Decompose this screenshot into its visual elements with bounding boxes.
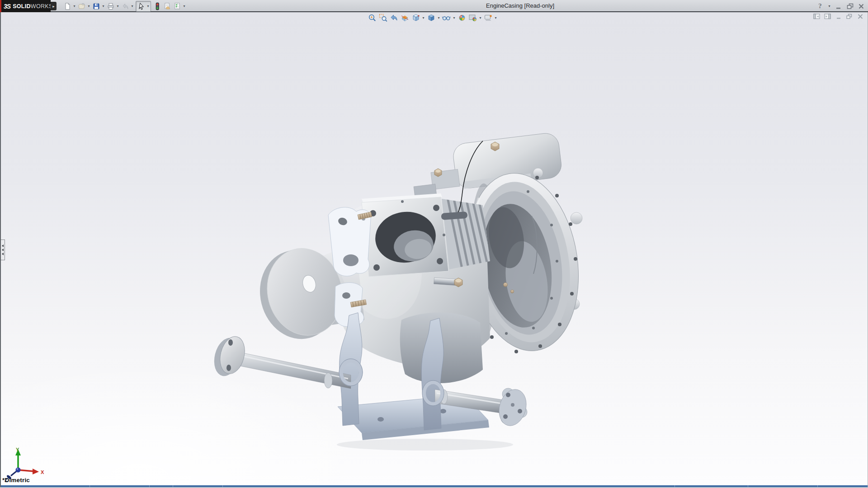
status-bar [1,485,868,487]
dropdown-caret[interactable]: ▾ [182,4,186,8]
pane-right-icon [824,14,831,19]
dropdown-caret[interactable]: ▾ [421,16,425,20]
display-style-icon [427,14,436,22]
edit-appearance-icon [458,14,467,22]
brand-works: WORKS [31,3,53,9]
window-title: EngineCasing [Read-only] [486,0,554,12]
hide-show-items-icon [442,14,451,22]
cylinder-flange [362,193,448,277]
restore-button[interactable] [846,2,854,10]
status-divider [675,485,675,487]
triad-y-label: Y [16,447,19,452]
minimize-icon [835,3,842,9]
stub-shaft [434,277,456,285]
select-button[interactable] [137,1,146,11]
collapse-arrow-icon [2,253,4,255]
window-controls: ? ▾ [816,0,865,12]
undo-button[interactable] [120,1,130,11]
dropdown-caret[interactable]: ▾ [72,4,76,8]
doc-minimize-icon [835,14,842,19]
intake-gasket [328,207,372,276]
document-minimize-button[interactable] [835,13,842,20]
section-view-icon [401,14,410,22]
ground-shadow [337,439,513,450]
view-settings-button[interactable] [483,13,493,23]
zoom-to-fit-icon [368,14,377,22]
minimize-button[interactable] [835,2,843,10]
brand-solid: SOLID [13,3,31,9]
view-orientation-icon [411,14,420,22]
close-button[interactable] [857,2,865,10]
print-icon [107,2,115,10]
dropdown-caret[interactable]: ▾ [116,4,120,8]
model-3d-view[interactable] [190,126,601,451]
open-folder-icon [78,2,86,10]
select-tool-group: ▾ [136,1,151,12]
status-divider [90,485,90,487]
file-properties-button[interactable] [162,1,172,11]
options-button[interactable] [172,1,182,11]
zoom-to-area-icon [379,14,388,22]
collapse-arrow-icon [2,244,4,247]
status-divider [149,485,150,487]
menu-flyout-arrow[interactable]: ▸ [51,2,57,10]
view-settings-icon [484,14,493,22]
section-view-button[interactable] [400,13,410,23]
status-divider [173,485,173,487]
file-properties-icon [163,2,171,10]
collapse-arrow-icon [2,249,4,251]
solidworks-window: 3S SOLIDWORKS ▸ ▾ ▾ [0,0,868,488]
feature-pane-right-button[interactable] [824,13,831,20]
new-document-icon [63,2,71,10]
print-button[interactable] [106,1,115,11]
status-divider [817,485,818,487]
select-cursor-icon [137,2,146,10]
save-floppy-icon [92,2,100,10]
doc-restore-icon [846,14,853,19]
title-bar: 3S SOLIDWORKS ▸ ▾ ▾ [0,0,868,12]
rebuild-button[interactable] [152,1,162,11]
display-style-button[interactable] [426,13,436,23]
engine-casing-model [190,126,601,451]
document-close-button[interactable] [856,13,864,20]
open-button[interactable] [77,1,86,11]
restore-icon [847,3,854,9]
help-dropdown-caret[interactable]: ▾ [827,4,831,8]
apply-scene-button[interactable] [467,13,478,23]
rod-end-nut-top [456,279,462,282]
dropdown-caret[interactable]: ▾ [478,16,482,20]
status-divider [748,485,748,487]
view-orientation-button[interactable] [410,13,421,23]
zoom-to-area-button[interactable] [378,13,388,23]
dropdown-caret[interactable]: ▾ [494,16,498,20]
dropdown-caret[interactable]: ▾ [437,16,441,20]
undo-icon [121,2,129,10]
graphics-area[interactable]: ▾ ▾ ▾ [0,12,868,487]
previous-view-button[interactable] [389,13,399,23]
dropdown-caret[interactable]: ▾ [452,16,456,20]
feature-pane-left-button[interactable] [813,13,821,20]
apply-scene-icon [468,14,477,22]
dropdown-caret[interactable]: ▾ [101,4,105,8]
heads-up-view-toolbar: ▾ ▾ ▾ [367,13,498,23]
logo-accent-stripe [0,0,1,12]
new-document-button[interactable] [62,1,72,11]
status-divider [222,485,223,487]
dropdown-caret[interactable]: ▾ [87,4,91,8]
hide-show-items-button[interactable] [441,13,452,23]
zoom-to-fit-button[interactable] [367,13,377,23]
close-icon [858,3,864,9]
edit-appearance-button[interactable] [457,13,467,23]
options-checklist-icon [173,2,181,10]
view-orientation-label: *Dimetric [2,477,30,483]
previous-view-icon [390,14,399,22]
document-restore-button[interactable] [845,13,853,20]
dropdown-caret[interactable]: ▾ [130,4,134,8]
dassault-3ds-mark: 3S [4,3,10,10]
standard-toolbar: ▾ ▾ ▾ [62,0,186,12]
dropdown-caret[interactable]: ▾ [146,4,150,8]
save-button[interactable] [91,1,101,11]
help-button[interactable]: ? [816,2,824,10]
left-mount-rod [210,334,351,389]
feature-manager-collapsed-tab[interactable] [1,239,5,260]
